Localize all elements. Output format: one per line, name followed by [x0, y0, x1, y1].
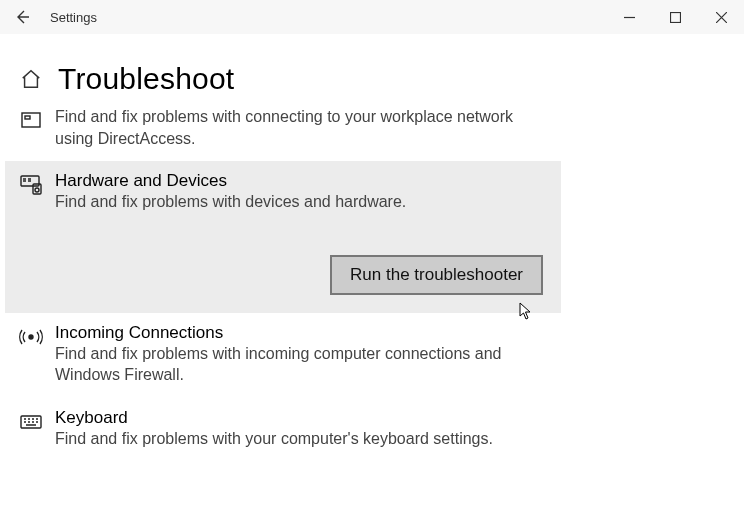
hardware-icon: [19, 171, 55, 295]
minimize-button[interactable]: [606, 0, 652, 34]
svg-rect-1: [22, 113, 40, 127]
svg-point-5: [35, 188, 39, 192]
item-title: Hardware and Devices: [55, 171, 547, 191]
page-header: Troubleshoot: [0, 34, 744, 106]
svg-rect-2: [25, 116, 30, 119]
item-title: Keyboard: [55, 408, 547, 428]
item-desc: Find and fix problems with your computer…: [55, 428, 547, 450]
back-button[interactable]: [0, 0, 44, 34]
maximize-button[interactable]: [652, 0, 698, 34]
incoming-icon: [19, 323, 55, 386]
item-incoming[interactable]: Incoming Connections Find and fix proble…: [5, 313, 561, 398]
item-title: Incoming Connections: [55, 323, 547, 343]
item-directaccess[interactable]: DirectAccess Find and fix problems with …: [5, 106, 561, 161]
home-icon[interactable]: [20, 68, 42, 90]
item-desc: Find and fix problems with incoming comp…: [55, 343, 547, 386]
page-title: Troubleshoot: [58, 62, 234, 96]
item-desc: Find and fix problems with connecting to…: [55, 106, 547, 149]
window-titlebar: Settings: [0, 0, 744, 34]
svg-point-6: [29, 335, 33, 339]
run-troubleshooter-button[interactable]: Run the troubleshooter: [330, 255, 543, 295]
item-keyboard[interactable]: Keyboard Find and fix problems with your…: [5, 398, 561, 462]
svg-rect-0: [670, 12, 680, 22]
item-desc: Find and fix problems with devices and h…: [55, 191, 547, 213]
item-hardware[interactable]: Hardware and Devices Find and fix proble…: [5, 161, 561, 313]
directaccess-icon: [19, 106, 55, 149]
window-title: Settings: [44, 10, 97, 25]
keyboard-icon: [19, 408, 55, 450]
troubleshooter-list: DirectAccess Find and fix problems with …: [5, 106, 561, 462]
close-button[interactable]: [698, 0, 744, 34]
